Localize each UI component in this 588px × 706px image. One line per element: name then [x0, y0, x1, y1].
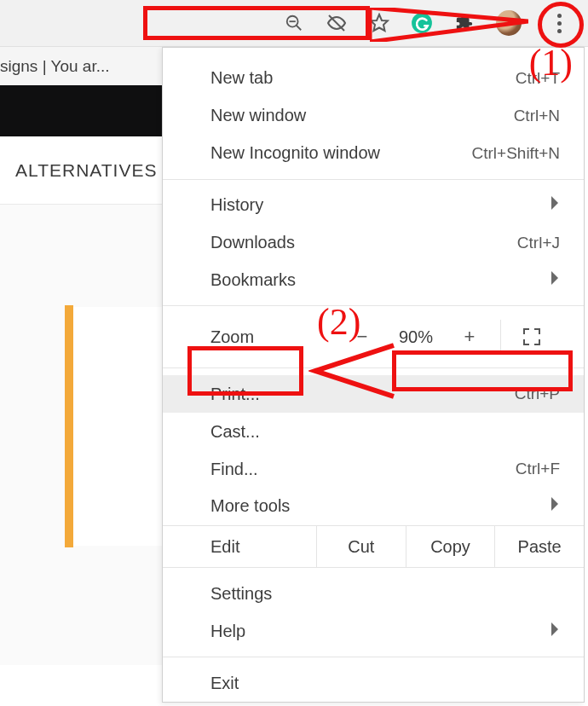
menu-label: Bookmarks — [210, 270, 550, 290]
menu-item-more-tools[interactable]: More tools — [163, 488, 584, 525]
page-nav-heading-text: ALTERNATIVES — [15, 160, 157, 181]
extension-puzzle-icon[interactable] — [453, 12, 476, 34]
eye-off-icon[interactable] — [326, 12, 348, 34]
menu-label: Help — [210, 622, 550, 641]
menu-item-new-incognito[interactable]: New Incognito window Ctrl+Shift+N — [163, 135, 584, 172]
paste-text: Paste — [518, 537, 562, 557]
svg-marker-7 — [551, 271, 558, 285]
plus-icon: + — [464, 326, 476, 348]
zoom-value: 90% — [386, 327, 446, 347]
menu-shortcut: Ctrl+F — [516, 460, 560, 478]
menu-separator — [163, 305, 584, 306]
svg-line-1 — [297, 26, 302, 31]
menu-separator — [163, 367, 584, 368]
menu-item-bookmarks[interactable]: Bookmarks — [163, 261, 584, 298]
menu-item-new-tab[interactable]: New tab Ctrl+T — [163, 60, 584, 97]
svg-marker-4 — [371, 14, 388, 31]
profile-avatar[interactable] — [496, 10, 522, 36]
menu-label: Cast... — [210, 422, 560, 442]
svg-marker-8 — [551, 497, 558, 511]
edit-label: Edit — [163, 526, 316, 568]
menu-item-zoom: Zoom − 90% + — [163, 313, 584, 361]
menu-label: Find... — [210, 460, 516, 479]
menu-label: New tab — [210, 68, 516, 88]
extension-grammarly-icon[interactable] — [411, 12, 433, 34]
menu-item-history[interactable]: History — [163, 187, 584, 224]
menu-item-new-window[interactable]: New window Ctrl+N — [163, 97, 584, 135]
menu-shortcut: Ctrl+J — [517, 234, 560, 252]
edit-copy-button[interactable]: Copy — [406, 526, 495, 568]
zoom-out-button[interactable]: − — [338, 313, 386, 361]
zoom-in-button[interactable]: + — [446, 313, 493, 361]
menu-label: More tools — [210, 496, 550, 516]
menu-label: Print... — [210, 385, 515, 404]
minus-icon: − — [357, 326, 368, 348]
menu-shortcut: Ctrl+N — [514, 107, 560, 125]
browser-main-menu: New tab Ctrl+T New window Ctrl+N New Inc… — [162, 47, 585, 703]
menu-shortcut: Ctrl+T — [516, 69, 560, 88]
menu-item-print[interactable]: Print... Ctrl+P — [163, 375, 584, 413]
page-content: signs | You ar... ALTERNATIVES — [0, 47, 162, 706]
menu-label: History — [210, 195, 550, 215]
card-accent-stripe — [65, 305, 73, 547]
edit-paste-button[interactable]: Paste — [494, 526, 584, 568]
menu-label: Exit — [210, 674, 560, 693]
page-nav-heading[interactable]: ALTERNATIVES — [0, 136, 162, 205]
menu-separator — [163, 179, 584, 180]
svg-marker-9 — [551, 622, 558, 636]
menu-separator — [163, 657, 584, 657]
menu-item-downloads[interactable]: Downloads Ctrl+J — [163, 224, 584, 262]
menu-item-find[interactable]: Find... Ctrl+F — [163, 450, 584, 488]
menu-label: New window — [210, 106, 514, 125]
zoom-label: Zoom — [210, 327, 338, 347]
menu-item-settings[interactable]: Settings — [163, 575, 584, 612]
page-body — [0, 205, 162, 665]
browser-toolbar — [0, 0, 588, 47]
zoom-separator — [500, 320, 501, 354]
chevron-right-icon — [550, 195, 560, 215]
fullscreen-icon — [523, 328, 540, 345]
fullscreen-button[interactable] — [508, 313, 556, 361]
tab-title[interactable]: signs | You ar... — [0, 47, 162, 85]
zoom-out-icon[interactable] — [283, 12, 305, 34]
menu-shortcut: Ctrl+P — [515, 385, 560, 403]
cut-text: Cut — [348, 537, 374, 557]
menu-item-exit[interactable]: Exit — [163, 664, 584, 702]
menu-item-cast[interactable]: Cast... — [163, 413, 584, 450]
edit-cut-button[interactable]: Cut — [316, 526, 406, 568]
copy-text: Copy — [430, 537, 470, 557]
menu-item-help[interactable]: Help — [163, 612, 584, 650]
menu-shortcut: Ctrl+Shift+N — [472, 144, 560, 163]
chevron-right-icon — [550, 496, 560, 516]
svg-marker-6 — [551, 196, 558, 210]
content-card — [68, 307, 162, 546]
menu-edit-row: Edit Cut Copy Paste — [163, 525, 584, 569]
menu-label: New Incognito window — [210, 143, 472, 163]
star-icon[interactable] — [368, 12, 390, 34]
edit-label-text: Edit — [210, 537, 239, 557]
menu-button[interactable] — [542, 6, 576, 40]
chevron-right-icon — [550, 622, 560, 641]
chevron-right-icon — [550, 270, 560, 290]
three-dots-icon — [557, 14, 562, 33]
menu-label: Settings — [210, 584, 560, 604]
menu-label: Downloads — [210, 233, 517, 252]
tab-title-text: signs | You ar... — [0, 57, 110, 76]
page-header-bar — [0, 85, 162, 136]
